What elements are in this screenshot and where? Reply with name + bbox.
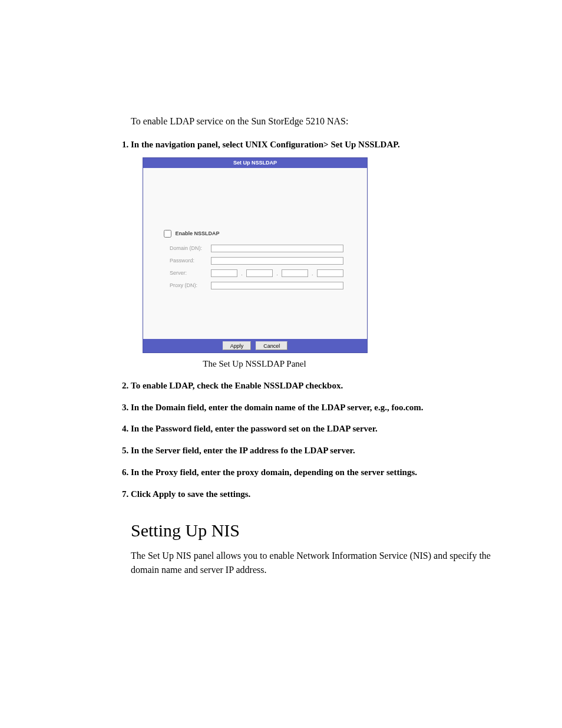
cancel-button[interactable]: Cancel — [256, 341, 287, 350]
step-7: Click Apply to save the settings. — [131, 488, 491, 501]
server-ip-octet-4[interactable] — [317, 269, 343, 277]
section-body-nis: The Set Up NIS panel allows you to enabl… — [131, 549, 491, 576]
password-label: Password: — [170, 257, 211, 265]
enable-nssldap-checkbox[interactable] — [164, 230, 171, 238]
panel-footer: Apply Cancel — [143, 339, 367, 353]
step-5: In the Server field, enter the IP addres… — [131, 444, 491, 457]
step-1-text: In the navigation panel, select UNIX Con… — [131, 140, 400, 149]
nssldap-panel: Set Up NSSLDAP Enable NSSLDAP Domain (DN… — [143, 157, 368, 353]
server-ip-octet-1[interactable] — [211, 269, 237, 277]
section-heading-nis: Setting Up NIS — [131, 521, 491, 541]
proxy-input[interactable] — [211, 282, 343, 289]
step-3: In the Domain field, enter the domain na… — [131, 401, 491, 414]
server-ip-row: . . . — [211, 269, 343, 277]
server-ip-octet-3[interactable] — [282, 269, 308, 277]
enable-nssldap-label: Enable NSSLDAP — [176, 230, 220, 236]
panel-title: Set Up NSSLDAP — [143, 158, 367, 168]
apply-button[interactable]: Apply — [223, 341, 252, 350]
ip-dot-icon: . — [237, 270, 246, 278]
step-2: To enable LDAP, check the Enable NSSLDAP… — [131, 380, 491, 393]
server-ip-octet-2[interactable] — [246, 269, 273, 277]
ip-dot-icon: . — [308, 270, 317, 278]
ip-dot-icon: . — [273, 270, 282, 278]
intro-text: To enable LDAP service on the Sun StorEd… — [131, 115, 491, 128]
server-label: Server: — [170, 269, 211, 277]
domain-input[interactable] — [211, 245, 343, 252]
step-1: In the navigation panel, select UNIX Con… — [131, 139, 491, 371]
step-6: In the Proxy field, enter the proxy doma… — [131, 466, 491, 479]
panel-body: Enable NSSLDAP Domain (DN): Password: Se… — [143, 168, 367, 339]
proxy-label: Proxy (DN): — [170, 282, 211, 289]
password-input[interactable] — [211, 257, 343, 265]
domain-label: Domain (DN): — [170, 245, 211, 252]
step-4: In the Password field, enter the passwor… — [131, 423, 491, 436]
figure-caption: The Set Up NSSLDAP Panel — [143, 358, 366, 371]
